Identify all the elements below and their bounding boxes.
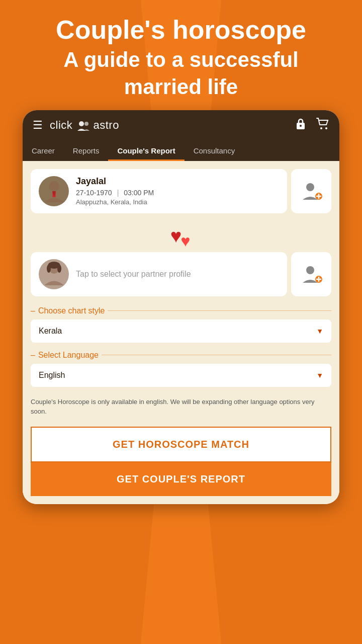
chart-style-label: Choose chart style bbox=[31, 306, 331, 315]
button-area: GET HOROSCOPE MATCH GET COUPLE'S REPORT bbox=[31, 427, 331, 496]
svg-point-6 bbox=[49, 181, 59, 191]
profile-dob-time: 27-10-1970 | 03:00 PM bbox=[76, 189, 279, 197]
svg-point-15 bbox=[47, 265, 51, 273]
tab-couples-report[interactable]: Couple's Report bbox=[108, 140, 184, 161]
partner-placeholder: Tap to select your partner profile bbox=[76, 270, 191, 279]
language-note: Couple's Horoscope is only available in … bbox=[31, 395, 331, 421]
add-partner-icon bbox=[300, 263, 323, 285]
svg-point-4 bbox=[320, 127, 322, 129]
header-left: ☰ click astro bbox=[33, 119, 119, 132]
partner-avatar bbox=[39, 259, 69, 289]
profile-card: Jayalal 27-10-1970 | 03:00 PM Alappuzha,… bbox=[31, 169, 331, 213]
tab-navigation: Career Reports Couple's Report Consultan… bbox=[23, 140, 339, 161]
chart-style-arrow: ▼ bbox=[316, 327, 323, 335]
add-user-button[interactable] bbox=[291, 169, 331, 213]
chart-style-value: Kerala bbox=[39, 327, 62, 336]
svg-point-1 bbox=[84, 122, 88, 126]
app-content: Jayalal 27-10-1970 | 03:00 PM Alappuzha,… bbox=[23, 161, 339, 504]
hamburger-icon[interactable]: ☰ bbox=[33, 119, 43, 132]
profile-time: 03:00 PM bbox=[124, 189, 154, 197]
chart-style-section: Choose chart style Kerala ▼ bbox=[31, 306, 331, 343]
headline-subtitle-1: A guide to a successful bbox=[20, 47, 342, 72]
partner-info-box[interactable]: Tap to select your partner profile bbox=[31, 252, 287, 296]
headline-area: Couple's horoscope A guide to a successf… bbox=[0, 0, 362, 110]
headline-subtitle-2: married life bbox=[20, 74, 342, 100]
lock-icon[interactable] bbox=[295, 117, 306, 133]
headline-title: Couple's horoscope bbox=[20, 15, 342, 45]
svg-point-9 bbox=[306, 183, 314, 191]
chart-style-dropdown[interactable]: Kerala ▼ bbox=[31, 319, 331, 343]
profile-info-box[interactable]: Jayalal 27-10-1970 | 03:00 PM Alappuzha,… bbox=[31, 169, 287, 213]
profile-location: Alappuzha, Kerala, India bbox=[76, 198, 279, 206]
profile-dob: 27-10-1970 bbox=[76, 189, 112, 197]
tab-career[interactable]: Career bbox=[23, 140, 64, 161]
add-partner-button[interactable] bbox=[291, 252, 331, 296]
partner-card: Tap to select your partner profile bbox=[31, 252, 331, 296]
language-value: English bbox=[39, 371, 65, 380]
svg-point-5 bbox=[325, 127, 327, 129]
svg-point-3 bbox=[300, 125, 302, 127]
svg-point-16 bbox=[57, 265, 61, 273]
get-couples-report-button[interactable]: GET COUPLE'S REPORT bbox=[31, 462, 331, 496]
profile-details: Jayalal 27-10-1970 | 03:00 PM Alappuzha,… bbox=[76, 176, 279, 206]
language-arrow: ▼ bbox=[316, 371, 323, 379]
app-header: ☰ click astro bbox=[23, 110, 339, 140]
language-dropdown[interactable]: English ▼ bbox=[31, 364, 331, 387]
svg-point-0 bbox=[79, 121, 84, 126]
heart-divider: ♥ ♥ bbox=[31, 219, 331, 252]
cart-icon[interactable] bbox=[316, 118, 329, 133]
header-right bbox=[295, 117, 329, 133]
app-logo: click astro bbox=[50, 119, 119, 132]
add-person-icon bbox=[300, 180, 323, 202]
profile-name: Jayalal bbox=[76, 176, 279, 187]
language-label: Select Language bbox=[31, 351, 331, 360]
tab-reports[interactable]: Reports bbox=[64, 140, 109, 161]
get-horoscope-match-button[interactable]: GET HOROSCOPE MATCH bbox=[31, 427, 331, 462]
phone-frame: ☰ click astro bbox=[23, 110, 339, 504]
dob-divider: | bbox=[117, 189, 119, 197]
user-avatar bbox=[39, 176, 69, 206]
tab-consultancy[interactable]: Consultancy bbox=[185, 140, 244, 161]
language-section: Select Language English ▼ Couple's Horos… bbox=[31, 351, 331, 421]
svg-point-17 bbox=[306, 266, 314, 274]
